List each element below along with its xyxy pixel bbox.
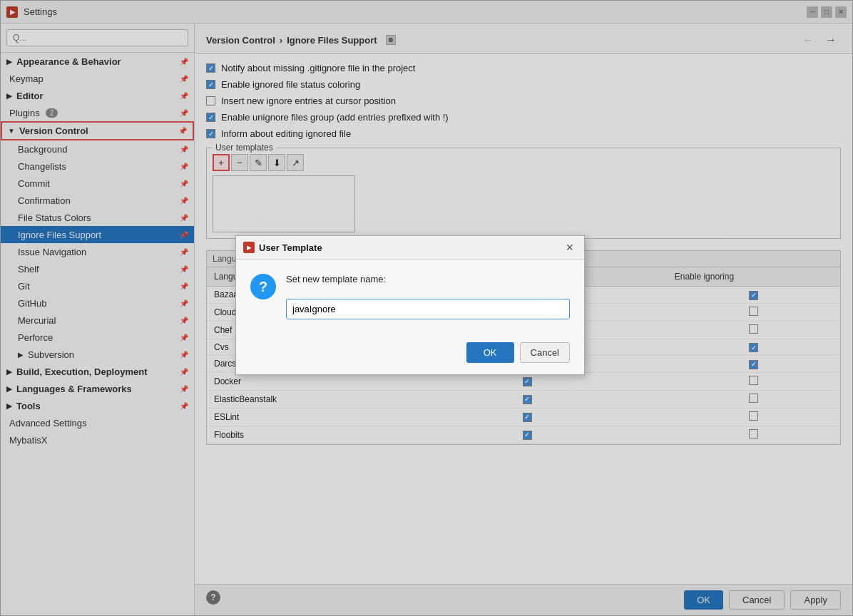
dialog-buttons: OK Cancel (236, 342, 584, 374)
dialog-body: ? Set new template name: (236, 260, 584, 331)
dialog-ok-button[interactable]: OK (466, 342, 514, 363)
dialog-close-button[interactable]: ✕ (563, 242, 577, 253)
dialog-app-icon: ▶ (243, 242, 255, 253)
dialog-prompt: Set new template name: (286, 274, 570, 284)
question-icon: ? (250, 274, 276, 299)
dialog-title: User Template (259, 242, 558, 253)
dialog-template-name-input[interactable] (286, 299, 570, 319)
settings-window: ▶ Settings ─ □ ✕ ▶ Appearance & Behavior… (0, 0, 853, 616)
dialog-form: Set new template name: (286, 274, 570, 319)
dialog-cancel-button[interactable]: Cancel (520, 342, 570, 363)
dialog-overlay: ▶ User Template ✕ ? Set new template nam… (0, 0, 853, 616)
user-template-dialog: ▶ User Template ✕ ? Set new template nam… (235, 235, 585, 375)
dialog-title-bar: ▶ User Template ✕ (236, 236, 584, 260)
dialog-content-row: ? Set new template name: (250, 274, 570, 319)
